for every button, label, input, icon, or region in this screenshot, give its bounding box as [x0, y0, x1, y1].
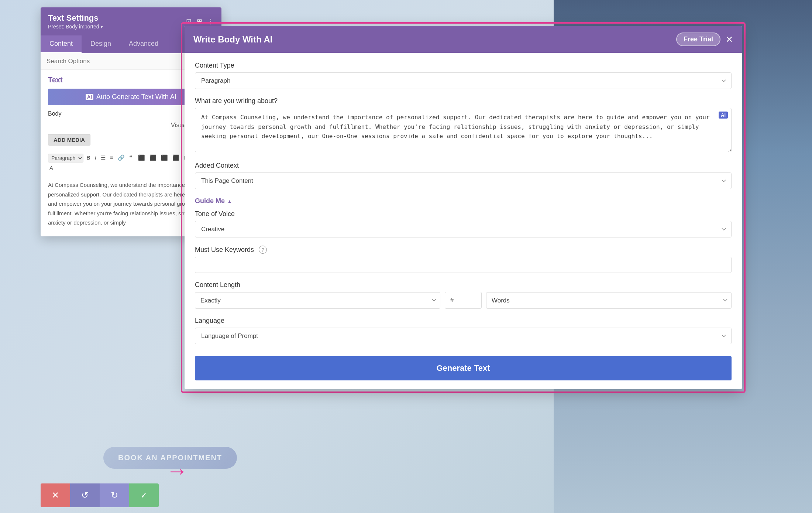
- panel-subtitle: Preset: Body imported ▾: [48, 24, 103, 30]
- keywords-help-icon[interactable]: ?: [259, 246, 267, 254]
- writing-about-label: What are you writing about?: [195, 97, 732, 105]
- tone-group: Tone of Voice Creative Professional Casu…: [195, 210, 732, 237]
- textarea-wrapper: At Compass Counseling, we understand the…: [195, 108, 732, 154]
- keywords-group: Must Use Keywords ?: [195, 246, 732, 273]
- keywords-label: Must Use Keywords ?: [195, 246, 732, 254]
- tab-design[interactable]: Design: [82, 35, 120, 53]
- align-left-icon[interactable]: ⬛: [137, 154, 147, 163]
- modal-title: Write Body With AI: [193, 34, 272, 45]
- modal-header: Write Body With AI Free Trial ✕: [185, 26, 742, 53]
- exactly-select[interactable]: Exactly At Least At Most Around: [195, 292, 440, 309]
- number-input[interactable]: [445, 292, 482, 309]
- ai-modal-wrapper: Write Body With AI Free Trial ✕ Content …: [181, 22, 746, 393]
- redo-button[interactable]: ↻: [100, 483, 129, 507]
- language-label: Language: [195, 317, 732, 325]
- tone-label: Tone of Voice: [195, 210, 732, 218]
- text-color-icon[interactable]: A: [48, 164, 55, 172]
- panel-header-left: Text Settings Preset: Body imported ▾: [48, 13, 103, 30]
- content-length-label: Content Length: [195, 281, 732, 289]
- ai-modal: Write Body With AI Free Trial ✕ Content …: [185, 26, 742, 389]
- italic-icon[interactable]: I: [93, 154, 98, 163]
- added-context-label: Added Context: [195, 162, 732, 170]
- ai-icon: AI: [86, 94, 93, 100]
- cancel-button[interactable]: ✕: [41, 483, 70, 507]
- close-button[interactable]: ✕: [726, 35, 733, 44]
- list-ol-icon[interactable]: ≡: [109, 154, 115, 163]
- panel-title: Text Settings: [48, 13, 103, 23]
- writing-about-group: What are you writing about? At Compass C…: [195, 97, 732, 154]
- ai-badge: AI: [719, 112, 728, 119]
- bold-icon[interactable]: B: [85, 154, 92, 163]
- guide-me-link[interactable]: Guide Me ▲: [195, 197, 232, 205]
- tab-advanced[interactable]: Advanced: [120, 35, 167, 53]
- align-right-icon[interactable]: ⬛: [159, 154, 169, 163]
- ai-modal-outer: Write Body With AI Free Trial ✕ Content …: [181, 22, 746, 393]
- tone-select[interactable]: Creative Professional Casual Friendly: [195, 221, 732, 237]
- content-length-group: Content Length Exactly At Least At Most …: [195, 281, 732, 309]
- free-trial-badge[interactable]: Free Trial: [676, 33, 720, 46]
- tab-content[interactable]: Content: [41, 35, 82, 53]
- search-input[interactable]: [47, 58, 197, 65]
- guide-arrow-icon: ▲: [227, 198, 232, 204]
- content-type-select[interactable]: Paragraph List Heading: [195, 72, 732, 89]
- language-select[interactable]: Language of Prompt English Spanish Frenc…: [195, 328, 732, 344]
- content-type-label: Content Type: [195, 62, 732, 69]
- align-center-icon[interactable]: ⬛: [148, 154, 158, 163]
- words-select[interactable]: Words Sentences Paragraphs: [486, 292, 732, 309]
- added-context-group: Added Context This Page Content None Cus…: [195, 162, 732, 189]
- section-title: Text: [48, 76, 63, 84]
- modal-body: Content Type Paragraph List Heading What…: [185, 53, 742, 389]
- content-length-row: Exactly At Least At Most Around Words Se…: [195, 292, 732, 309]
- added-context-select[interactable]: This Page Content None Custom: [195, 172, 732, 189]
- paragraph-select[interactable]: Paragraph: [48, 154, 83, 163]
- list-ul-icon[interactable]: ☰: [99, 154, 107, 163]
- action-buttons: ✕ ↺ ↻ ✓: [41, 483, 159, 507]
- undo-button[interactable]: ↺: [70, 483, 100, 507]
- writing-textarea[interactable]: At Compass Counseling, we understand the…: [195, 108, 732, 152]
- arrow-indicator: →: [166, 458, 188, 483]
- generate-button[interactable]: Generate Text: [195, 356, 732, 380]
- modal-header-right: Free Trial ✕: [676, 33, 733, 46]
- quote-icon[interactable]: ❝: [128, 154, 134, 163]
- confirm-button[interactable]: ✓: [129, 483, 159, 507]
- justify-icon[interactable]: ⬛: [171, 154, 181, 163]
- link-icon[interactable]: 🔗: [116, 154, 126, 163]
- keywords-input-display[interactable]: [195, 257, 732, 273]
- content-type-group: Content Type Paragraph List Heading: [195, 62, 732, 89]
- add-media-button[interactable]: ADD MEDIA: [48, 134, 90, 146]
- ai-generate-label: Auto Generate Text With AI: [96, 93, 176, 101]
- language-group: Language Language of Prompt English Span…: [195, 317, 732, 344]
